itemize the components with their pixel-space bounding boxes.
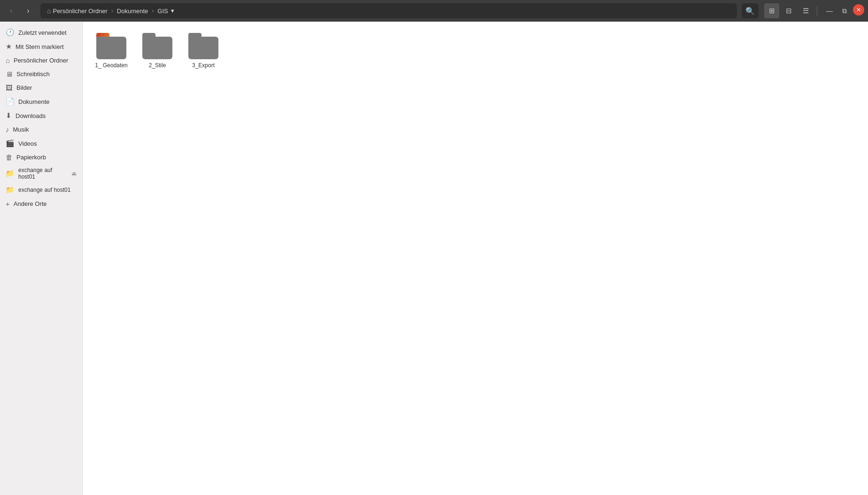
file-grid: 1_ Geodaten 2_Stile 3_Export (90, 29, 860, 73)
file-manager-window: ‹ › ⌂ Persönlicher Ordner › Dokumente › … (0, 0, 868, 495)
sidebar: 🕐 Zuletzt verwendet ★ Mit Stern markiert… (0, 22, 83, 495)
file-item-geodaten[interactable]: 1_ Geodaten (90, 29, 132, 73)
sort-view-button[interactable]: ⊟ (781, 3, 796, 18)
close-button[interactable]: ✕ (853, 4, 864, 16)
breadcrumb-gis[interactable]: GIS ▼ (155, 7, 178, 16)
sidebar-item-bilder[interactable]: 🖼 Bilder (0, 81, 82, 94)
breadcrumb-home-label: Persönlicher Ordner (53, 8, 107, 15)
breadcrumb-separator-2: › (152, 8, 154, 14)
sidebar-item-dokumente[interactable]: 📄 Dokumente (0, 94, 82, 109)
file-label-geodaten: 1_ Geodaten (95, 62, 127, 70)
breadcrumb-separator-1: › (111, 8, 113, 14)
titlebar-right: ⊞ ⊟ ☰ — ⧉ ✕ (764, 3, 864, 18)
titlebar: ‹ › ⌂ Persönlicher Ordner › Dokumente › … (0, 0, 868, 22)
sidebar-label-exchange1: exchange auf host01 (18, 167, 68, 180)
breadcrumb-home[interactable]: ⌂ Persönlicher Ordner (44, 6, 110, 16)
restore-button[interactable]: ⧉ (838, 4, 851, 17)
grid-view-icon: ⊞ (769, 7, 775, 15)
sidebar-item-schreibtisch[interactable]: 🖥 Schreibtisch (0, 67, 82, 81)
folder-icon-export (188, 33, 218, 59)
forward-button[interactable]: › (21, 3, 36, 18)
desktop-icon: 🖥 (6, 70, 13, 78)
sidebar-item-stern[interactable]: ★ Mit Stern markiert (0, 39, 82, 54)
home-sidebar-icon: ⌂ (6, 56, 10, 64)
sidebar-label-bilder: Bilder (16, 84, 77, 91)
list-view-button[interactable]: ☰ (798, 3, 813, 18)
trash-icon: 🗑 (6, 153, 13, 161)
breadcrumb-dokumente-label: Dokumente (117, 8, 148, 15)
network-drive-icon-1: 📁 (6, 169, 15, 178)
sidebar-item-videos[interactable]: 🎬 Videos (0, 136, 82, 150)
star-icon: ★ (6, 42, 12, 51)
sidebar-item-papierkorb[interactable]: 🗑 Papierkorb (0, 150, 82, 164)
minimize-icon: — (826, 7, 833, 15)
restore-icon: ⧉ (842, 7, 847, 15)
list-view-icon: ☰ (803, 7, 809, 15)
clock-icon: 🕐 (6, 28, 15, 37)
eject-icon[interactable]: ⏏ (71, 170, 77, 177)
file-area: 1_ Geodaten 2_Stile 3_Export (83, 22, 868, 495)
add-location-icon: + (6, 200, 10, 208)
file-label-export: 3_Export (192, 62, 215, 70)
documents-icon: 📄 (6, 97, 15, 106)
breadcrumb-bar: ⌂ Persönlicher Ordner › Dokumente › GIS … (40, 3, 737, 18)
sidebar-item-persoenlich[interactable]: ⌂ Persönlicher Ordner (0, 54, 82, 67)
music-icon: ♪ (6, 126, 9, 134)
sidebar-label-musik: Musik (13, 126, 77, 133)
folder-icon-stile (142, 33, 172, 59)
network-drive-icon-2: 📁 (6, 186, 15, 194)
home-icon: ⌂ (47, 7, 51, 15)
sidebar-item-zuletzt[interactable]: 🕐 Zuletzt verwendet (0, 25, 82, 39)
main-area: 🕐 Zuletzt verwendet ★ Mit Stern markiert… (0, 22, 868, 495)
titlebar-separator (817, 6, 817, 16)
sidebar-label-downloads: Downloads (16, 112, 77, 119)
sidebar-label-videos: Videos (18, 140, 77, 147)
close-icon: ✕ (856, 7, 861, 13)
file-label-stile: 2_Stile (149, 62, 166, 70)
sidebar-item-exchange1[interactable]: 📁 exchange auf host01 ⏏ (0, 164, 82, 183)
file-item-stile[interactable]: 2_Stile (136, 29, 178, 73)
downloads-icon: ⬇ (6, 111, 12, 120)
sidebar-label-exchange2: exchange auf host01 (18, 187, 77, 193)
images-icon: 🖼 (6, 84, 13, 92)
sidebar-item-downloads[interactable]: ⬇ Downloads (0, 109, 82, 123)
folder-icon-geodaten (96, 33, 126, 59)
sidebar-label-dokumente: Dokumente (18, 98, 77, 105)
search-icon: 🔍 (745, 7, 755, 16)
sidebar-label-schreibtisch: Schreibtisch (16, 71, 77, 78)
sort-icon: ⊟ (786, 7, 792, 15)
videos-icon: 🎬 (6, 139, 15, 148)
breadcrumb-dokumente[interactable]: Dokumente (114, 7, 151, 16)
window-controls: — ⧉ ✕ (823, 4, 864, 17)
sidebar-item-exchange2[interactable]: 📁 exchange auf host01 (0, 183, 82, 197)
sidebar-item-musik[interactable]: ♪ Musik (0, 123, 82, 136)
grid-view-button[interactable]: ⊞ (764, 3, 779, 18)
breadcrumb-dropdown-arrow: ▼ (170, 8, 175, 14)
file-item-export[interactable]: 3_Export (182, 29, 225, 73)
search-button[interactable]: 🔍 (742, 3, 759, 18)
sidebar-label-stern: Mit Stern markiert (16, 43, 77, 50)
sidebar-label-papierkorb: Papierkorb (16, 154, 77, 161)
sidebar-label-andere: Andere Orte (14, 200, 77, 207)
sidebar-item-andere[interactable]: + Andere Orte (0, 197, 82, 211)
breadcrumb-gis-label: GIS (157, 8, 168, 15)
minimize-button[interactable]: — (823, 4, 836, 17)
sidebar-label-persoenlich: Persönlicher Ordner (14, 57, 77, 64)
back-button[interactable]: ‹ (4, 3, 19, 18)
sidebar-label-zuletzt: Zuletzt verwendet (18, 29, 77, 36)
